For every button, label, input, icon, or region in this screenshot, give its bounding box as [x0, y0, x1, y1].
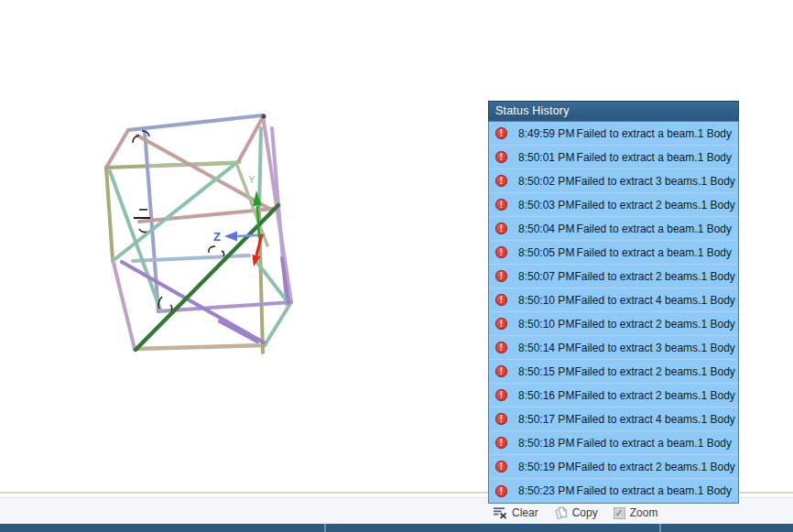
error-icon: !: [495, 223, 507, 234]
row-timestamp: 8:50:10 PM: [518, 318, 574, 331]
beam-edge: [135, 345, 265, 349]
status-history-row[interactable]: ! 8:50:10 PM Failed to extract 4 beams. …: [489, 288, 738, 312]
row-scope: 1 Body: [698, 127, 732, 140]
row-scope: 1 Body: [701, 318, 734, 331]
error-icon: !: [495, 151, 507, 163]
status-history-panel: Status History ! 8:49:59 PM Failed to ex…: [488, 101, 739, 504]
row-message: Failed to extract 2 beams.: [574, 461, 701, 473]
row-message: Failed to extract 2 beams.: [574, 199, 701, 212]
copy-button[interactable]: Copy: [554, 506, 598, 520]
error-icon: !: [495, 270, 507, 282]
row-scope: 1 Body: [698, 437, 732, 450]
application-window: Z Y Clear: [0, 0, 793, 532]
row-timestamp: 8:50:03 PM: [518, 199, 574, 212]
status-history-row[interactable]: ! 8:50:05 PM Failed to extract a beam. 1…: [489, 241, 738, 265]
status-history-row[interactable]: ! 8:50:17 PM Failed to extract 4 beams. …: [489, 407, 738, 431]
row-message: Failed to extract 3 beams.: [574, 342, 701, 354]
row-timestamp: 8:50:18 PM: [518, 437, 577, 450]
error-icon: !: [495, 175, 507, 187]
status-history-row[interactable]: ! 8:50:16 PM Failed to extract 2 beams. …: [489, 384, 738, 407]
row-timestamp: 8:49:59 PM: [518, 127, 577, 140]
row-scope: 1 Body: [701, 461, 734, 473]
row-scope: 1 Body: [701, 270, 734, 283]
status-history-row[interactable]: ! 8:50:23 PM Failed to extract a beam. 1…: [489, 479, 738, 503]
clear-button-label: Clear: [512, 506, 538, 519]
zoom-checkbox-icon[interactable]: ✓: [614, 507, 625, 519]
status-history-row[interactable]: ! 8:50:07 PM Failed to extract 2 beams. …: [489, 265, 738, 288]
bottom-statusbar: [0, 524, 793, 532]
status-history-row[interactable]: ! 8:50:14 PM Failed to extract 3 beams. …: [489, 336, 738, 360]
row-timestamp: 8:50:01 PM: [518, 151, 577, 164]
error-icon: !: [495, 246, 507, 258]
row-message: Failed to extract 4 beams.: [574, 294, 701, 307]
z-axis-arrow-icon: [224, 232, 237, 242]
row-message: Failed to extract 3 beams.: [574, 175, 701, 188]
row-timestamp: 8:50:19 PM: [518, 461, 574, 473]
copy-button-label: Copy: [572, 506, 598, 519]
row-scope: 1 Body: [698, 151, 732, 164]
3d-viewport[interactable]: Z Y: [0, 0, 494, 492]
row-message: Failed to extract a beam.: [577, 246, 698, 259]
error-icon: !: [495, 127, 507, 139]
row-timestamp: 8:50:04 PM: [518, 223, 577, 235]
row-timestamp: 8:50:02 PM: [518, 175, 574, 188]
status-history-row[interactable]: ! 8:50:10 PM Failed to extract 2 beams. …: [489, 312, 738, 336]
beam-edge: [128, 115, 263, 130]
clear-list-icon: [493, 506, 507, 519]
row-message: Failed to extract a beam.: [577, 151, 698, 164]
row-message: Failed to extract 2 beams.: [574, 365, 701, 378]
row-timestamp: 8:50:14 PM: [518, 342, 574, 354]
row-timestamp: 8:50:17 PM: [518, 413, 574, 426]
row-message: Failed to extract a beam.: [577, 127, 698, 140]
status-history-row[interactable]: ! 8:50:18 PM Failed to extract a beam. 1…: [489, 431, 738, 455]
panel-title: Status History: [488, 101, 739, 122]
row-scope: 1 Body: [698, 223, 732, 235]
row-message: Failed to extract 2 beams.: [574, 318, 701, 331]
beam-rail: [150, 162, 240, 166]
row-scope: 1 Body: [701, 342, 734, 354]
row-scope: 1 Body: [701, 365, 734, 378]
row-scope: 1 Body: [701, 294, 734, 307]
row-scope: 1 Body: [701, 413, 734, 426]
row-timestamp: 8:50:07 PM: [518, 270, 574, 283]
beam-edge: [265, 302, 291, 345]
status-history-row[interactable]: ! 8:50:19 PM Failed to extract 2 beams. …: [489, 455, 738, 479]
error-icon: !: [495, 461, 507, 472]
status-history-row[interactable]: ! 8:50:01 PM Failed to extract a beam. 1…: [489, 146, 738, 169]
row-message: Failed to extract a beam.: [577, 223, 698, 235]
row-timestamp: 8:50:16 PM: [518, 389, 574, 402]
row-message: Failed to extract 2 beams.: [574, 270, 701, 283]
row-timestamp: 8:50:23 PM: [518, 484, 577, 497]
status-history-row[interactable]: ! 8:50:15 PM Failed to extract 2 beams. …: [489, 360, 738, 384]
status-history-row[interactable]: ! 8:50:02 PM Failed to extract 3 beams. …: [489, 169, 738, 193]
statusbar-divider: [659, 524, 661, 532]
row-scope: 1 Body: [701, 389, 734, 402]
statusbar-divider: [324, 524, 326, 532]
row-scope: 1 Body: [701, 175, 734, 188]
zoom-toggle[interactable]: ✓ Zoom: [614, 506, 658, 519]
row-timestamp: 8:50:15 PM: [518, 365, 574, 378]
vertex-point: [262, 114, 266, 119]
beam-wireframe-model: Z Y: [0, 0, 494, 492]
status-history-toolbar: Clear Copy ✓ Zoom: [493, 503, 657, 523]
row-message: Failed to extract a beam.: [577, 437, 698, 450]
copy-icon: [554, 506, 568, 520]
error-icon: !: [495, 294, 507, 306]
status-history-row[interactable]: ! 8:50:04 PM Failed to extract a beam. 1…: [489, 217, 738, 241]
error-icon: !: [495, 342, 507, 353]
row-timestamp: 8:50:10 PM: [518, 294, 574, 307]
row-timestamp: 8:50:05 PM: [518, 246, 577, 259]
error-icon: !: [495, 437, 507, 449]
row-message: Failed to extract 4 beams.: [574, 413, 701, 426]
row-message: Failed to extract a beam.: [577, 484, 698, 497]
clear-button[interactable]: Clear: [493, 506, 538, 519]
row-scope: 1 Body: [698, 246, 732, 259]
status-history-row[interactable]: ! 8:50:03 PM Failed to extract 2 beams. …: [489, 193, 738, 217]
error-icon: !: [495, 318, 507, 330]
error-icon: !: [495, 413, 507, 425]
beam-edge: [113, 259, 135, 349]
beam-diagonal: [122, 262, 264, 342]
beam-diagonal: [113, 163, 236, 261]
status-history-row[interactable]: ! 8:49:59 PM Failed to extract a beam. 1…: [489, 122, 738, 146]
beam-diagonal: [220, 321, 257, 342]
